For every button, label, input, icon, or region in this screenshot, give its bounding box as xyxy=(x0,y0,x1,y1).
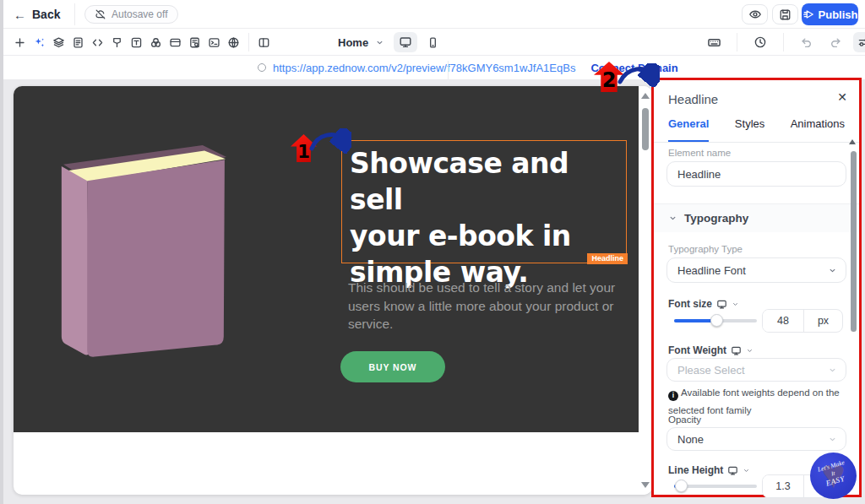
cloud-off-icon xyxy=(95,8,106,20)
add-element-button[interactable] xyxy=(10,32,30,52)
element-name-input[interactable] xyxy=(666,161,846,187)
font-size-slider[interactable] xyxy=(674,319,757,322)
ai-assistant-button[interactable] xyxy=(30,32,49,52)
device-desktop-icon xyxy=(727,465,738,476)
shapes-button[interactable] xyxy=(146,32,166,52)
page-selector-value: Home xyxy=(338,36,368,49)
tab-general[interactable]: General xyxy=(668,117,709,142)
typography-section-label: Typography xyxy=(684,212,748,225)
terminal-button[interactable] xyxy=(204,32,224,52)
history-clock-icon xyxy=(753,35,767,49)
keyboard-icon xyxy=(707,35,721,50)
line-height-slider[interactable] xyxy=(674,485,757,488)
typography-section-header[interactable]: Typography xyxy=(654,203,859,232)
history-button[interactable] xyxy=(749,32,771,52)
scrollbar-thumb[interactable] xyxy=(642,108,649,150)
shapes-icon xyxy=(150,36,162,49)
chevron-down-icon xyxy=(828,266,837,275)
font-size-unit: px xyxy=(803,310,842,332)
card-button[interactable] xyxy=(166,32,185,52)
preview-url-bar: https://app.zednow.com/v2/preview/f78kGM… xyxy=(0,56,865,79)
panel-tabs: General Styles Animations xyxy=(654,117,859,143)
status-circle-icon xyxy=(258,63,266,72)
publish-button[interactable]: Publish xyxy=(802,3,858,25)
opacity-select[interactable]: None xyxy=(666,427,846,451)
undo-button[interactable] xyxy=(796,32,818,52)
lets-make-it-easy-badge[interactable]: ♥ Let's Make It EASY xyxy=(810,453,857,499)
tab-animations[interactable]: Animations xyxy=(791,117,845,142)
typography-type-select[interactable]: Headline Font xyxy=(666,257,846,283)
tab-styles[interactable]: Styles xyxy=(735,117,764,142)
code-icon xyxy=(91,36,104,49)
text-box-icon xyxy=(130,36,143,49)
redo-button[interactable] xyxy=(824,32,846,52)
card-icon xyxy=(169,36,182,49)
panel-scroll-up-arrow[interactable] xyxy=(849,139,856,144)
scroll-down-arrow[interactable] xyxy=(641,482,650,488)
pages-button[interactable] xyxy=(68,32,88,52)
panel-scrollbar-thumb[interactable] xyxy=(851,151,857,332)
chevron-down-icon[interactable] xyxy=(732,301,739,308)
line-height-label: Line Height xyxy=(668,464,723,476)
preview-button[interactable] xyxy=(742,4,768,24)
selection-label-badge: Headline xyxy=(587,253,628,264)
font-size-input-group: px xyxy=(762,309,843,333)
font-size-label-row: Font size xyxy=(668,298,739,310)
banner-button[interactable] xyxy=(107,32,127,52)
info-icon: i xyxy=(668,391,678,401)
slider-handle[interactable] xyxy=(675,480,688,492)
divider xyxy=(737,33,737,51)
chevron-down-icon[interactable] xyxy=(743,467,750,474)
window-edge xyxy=(0,0,3,504)
mobile-icon xyxy=(427,36,439,49)
top-bar: ← Back Autosave off Publish xyxy=(0,0,865,29)
back-button[interactable]: ← Back xyxy=(14,0,60,29)
save-button[interactable] xyxy=(772,4,798,24)
annotation-arrow-1 xyxy=(309,128,351,154)
divider xyxy=(448,61,449,83)
layers-button[interactable] xyxy=(49,32,68,52)
layout-columns-button[interactable] xyxy=(254,32,274,52)
description-text[interactable]: This should be used to tell a story and … xyxy=(348,279,615,333)
page-selector-dropdown[interactable]: Home xyxy=(338,29,384,56)
code-button[interactable] xyxy=(88,32,107,52)
chevron-down-icon xyxy=(375,38,384,47)
chevron-down-icon xyxy=(668,214,677,223)
page-search-icon xyxy=(188,36,201,49)
marker-number: 2 xyxy=(602,68,617,92)
ebook-3d-image[interactable] xyxy=(61,145,282,383)
globe-button[interactable] xyxy=(224,32,243,52)
font-size-input[interactable] xyxy=(763,310,803,332)
device-desktop-icon xyxy=(731,345,742,356)
preview-url-link[interactable]: https://app.zednow.com/v2/preview/f78kGM… xyxy=(273,62,575,74)
typography-type-value: Headline Font xyxy=(677,264,828,277)
line-height-label-row: Line Height xyxy=(668,464,750,476)
element-settings-panel: Headline ✕ General Styles Animations Ele… xyxy=(654,80,859,495)
toolbar-right-group xyxy=(703,29,865,56)
sliders-icon xyxy=(857,35,865,49)
settings-panel-button[interactable] xyxy=(853,32,865,52)
keyboard-shortcuts-button[interactable] xyxy=(703,32,725,52)
editor-workspace: Showcase and sell your e-book in simple … xyxy=(0,79,865,504)
desktop-view-button[interactable] xyxy=(394,32,417,52)
line-height-input[interactable] xyxy=(763,475,803,497)
form-search-button[interactable] xyxy=(185,32,204,52)
font-weight-select[interactable]: Please Select xyxy=(666,358,846,382)
text-element-button[interactable] xyxy=(127,32,146,52)
selected-headline-element[interactable]: Showcase and sell your e-book in simple … xyxy=(341,140,627,263)
close-icon[interactable]: ✕ xyxy=(837,90,847,104)
chevron-down-icon xyxy=(828,435,837,444)
buy-now-button[interactable]: BUY NOW xyxy=(340,351,445,382)
eye-icon xyxy=(748,8,762,21)
columns-icon xyxy=(258,36,270,49)
chevron-down-icon[interactable] xyxy=(746,347,753,355)
annotation-red-frame: Headline ✕ General Styles Animations Ele… xyxy=(651,78,862,497)
slider-handle[interactable] xyxy=(710,314,723,327)
typography-type-label: Typography Type xyxy=(668,244,743,254)
font-weight-placeholder: Please Select xyxy=(677,364,828,377)
autosave-toggle[interactable]: Autosave off xyxy=(84,5,178,24)
element-toolbar xyxy=(10,29,274,56)
mobile-view-button[interactable] xyxy=(421,32,444,52)
font-weight-label: Font Weight xyxy=(668,344,726,356)
scroll-up-arrow[interactable] xyxy=(641,93,650,99)
